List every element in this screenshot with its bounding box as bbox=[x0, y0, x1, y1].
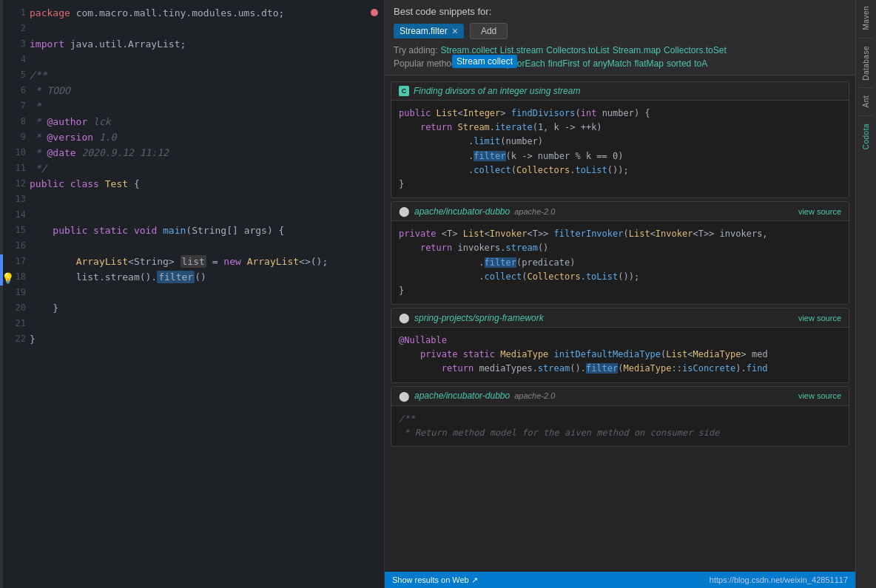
code-line-3: 3 import java.util.ArrayList; bbox=[0, 37, 384, 53]
url-display: https://blog.csdn.net/weixin_42851117 bbox=[710, 575, 848, 584]
github-icon-2: ⬤ bbox=[399, 206, 410, 217]
view-source-link-2[interactable]: view source bbox=[798, 207, 841, 216]
method-foreach[interactable]: forEach bbox=[514, 58, 545, 69]
filter-tag-close[interactable]: × bbox=[452, 26, 458, 36]
github-icon-3: ⬤ bbox=[399, 312, 410, 323]
snippet-header-2: ⬤ apache/incubator-dubbo apache-2.0 view… bbox=[391, 202, 849, 221]
code-line-19: 19 bbox=[0, 285, 384, 301]
snippet-card-4: ⬤ apache/incubator-dubbo apache-2.0 view… bbox=[391, 386, 849, 447]
snippet-title-1: Finding divisors of an integer using str… bbox=[414, 86, 580, 96]
method-toa[interactable]: toA bbox=[694, 58, 707, 69]
code-line-15: 15 public static void main(String[] args… bbox=[0, 223, 384, 239]
try-link-stream-map[interactable]: Stream.map bbox=[613, 45, 661, 55]
snippet-header-3: ⬤ spring-projects/spring-framework view … bbox=[391, 308, 849, 328]
code-editor[interactable]: 1 package com.macro.mall.tiny.modules.um… bbox=[0, 0, 385, 588]
bottom-bar: Show results on Web ↗ https://blog.csdn.… bbox=[385, 572, 855, 588]
code-line-13: 13 bbox=[0, 192, 384, 208]
code-line-20: 20 } bbox=[0, 301, 384, 317]
snippet-code-3: @Nullable private static MediaType initD… bbox=[391, 328, 849, 382]
snippet-header-1: C Finding divisors of an integer using s… bbox=[391, 82, 849, 101]
method-map[interactable]: map bbox=[494, 58, 511, 69]
method-anymatch[interactable]: anyMatch bbox=[593, 58, 631, 69]
method-findfirst[interactable]: findFirst bbox=[548, 58, 580, 69]
search-bar: Stream.filter × Add bbox=[394, 23, 846, 39]
add-button[interactable]: Add bbox=[470, 23, 508, 39]
codota-panel: Best code snippets for: Stream.filter × … bbox=[385, 0, 855, 588]
code-line-6: 6 * TODO bbox=[0, 84, 384, 99]
popular-label: Popular methods: bbox=[394, 58, 463, 69]
method-collect[interactable]: collect bbox=[466, 58, 491, 69]
snippet-title-area-4: ⬤ apache/incubator-dubbo apache-2.0 bbox=[399, 391, 555, 402]
code-line-2: 2 bbox=[0, 21, 384, 37]
code-line-4: 4 bbox=[0, 53, 384, 68]
try-adding-label: Try adding: bbox=[394, 45, 438, 55]
code-line-5: 5 /** bbox=[0, 68, 384, 84]
snippet-repo-4: apache/incubator-dubbo bbox=[414, 391, 510, 401]
sidebar-ant[interactable]: Ant bbox=[862, 92, 870, 111]
filter-tag[interactable]: Stream.filter × bbox=[394, 24, 464, 38]
code-line-9: 9 * @version 1.0 bbox=[0, 130, 384, 146]
snippet-card-3: ⬤ spring-projects/spring-framework view … bbox=[391, 308, 849, 383]
code-line-8: 8 * @author lck bbox=[0, 115, 384, 130]
code-line-18: 18 list.stream().filter() 💡 bbox=[0, 270, 384, 285]
code-line-14: 14 bbox=[0, 208, 384, 223]
code-line-12: 12 public class Test { bbox=[0, 177, 384, 192]
snippet-card-2: ⬤ apache/incubator-dubbo apache-2.0 view… bbox=[391, 201, 849, 305]
method-of[interactable]: of bbox=[582, 58, 590, 69]
code-line-22: 22 } bbox=[0, 332, 384, 348]
sidebar-database[interactable]: Database bbox=[862, 43, 870, 84]
panel-header: Best code snippets for: Stream.filter × … bbox=[385, 0, 855, 75]
filter-tag-label: Stream.filter bbox=[400, 26, 448, 36]
snippet-card-1: C Finding divisors of an integer using s… bbox=[391, 81, 849, 198]
snippet-license-2: apache-2.0 bbox=[514, 207, 555, 216]
codota-logo-icon: C bbox=[399, 86, 409, 96]
sidebar-maven[interactable]: Maven bbox=[862, 3, 870, 33]
right-sidebar: Maven Database Ant Codota bbox=[855, 0, 876, 588]
snippet-code-4: /** * Return method model for the aiven … bbox=[391, 406, 849, 446]
code-line-16: 16 bbox=[0, 239, 384, 254]
github-icon-4: ⬤ bbox=[399, 391, 410, 402]
show-results-button[interactable]: Show results on Web ↗ bbox=[392, 575, 478, 585]
view-source-link-3[interactable]: view source bbox=[798, 314, 841, 322]
try-link-stream-collect[interactable]: Stream.collect bbox=[441, 45, 497, 55]
code-line-17: 17 ArrayList<String> list = new ArrayLis… bbox=[0, 254, 384, 270]
sidebar-codota[interactable]: Codota bbox=[862, 121, 870, 152]
method-sorted[interactable]: sorted bbox=[667, 58, 691, 69]
code-line-7: 7 * bbox=[0, 99, 384, 115]
snippet-title-area-3: ⬤ spring-projects/spring-framework bbox=[399, 312, 544, 323]
header-title: Best code snippets for: bbox=[394, 6, 846, 17]
code-line-21: 21 bbox=[0, 317, 384, 332]
view-source-link-4[interactable]: view source bbox=[798, 391, 841, 400]
method-flatmap[interactable]: flatMap bbox=[635, 58, 664, 69]
snippet-code-2: private <T> List<Invoker<T>> filterInvok… bbox=[391, 221, 849, 304]
snippet-header-4: ⬤ apache/incubator-dubbo apache-2.0 view… bbox=[391, 387, 849, 406]
snippet-code-1: public List<Integer> findDivisors(int nu… bbox=[391, 101, 849, 197]
try-link-list-stream[interactable]: List.stream bbox=[500, 45, 544, 55]
popular-methods-row: Popular methods: collect map forEach fin… bbox=[394, 58, 846, 69]
snippet-title-area-2: ⬤ apache/incubator-dubbo apache-2.0 bbox=[399, 206, 555, 217]
code-line-10: 10 * @date 2020.9.12 11:12 bbox=[0, 146, 384, 161]
snippet-title-area-1: C Finding divisors of an integer using s… bbox=[399, 86, 580, 96]
try-link-collectors-toset[interactable]: Collectors.toSet bbox=[664, 45, 727, 55]
try-adding-row: Try adding: Stream.collect List.stream C… bbox=[394, 45, 846, 55]
snippet-repo-2: apache/incubator-dubbo bbox=[414, 206, 510, 217]
snippet-license-4: apache-2.0 bbox=[514, 391, 555, 400]
try-link-collectors-tolist[interactable]: Collectors.toList bbox=[546, 45, 609, 55]
snippet-repo-3: spring-projects/spring-framework bbox=[414, 313, 544, 323]
code-line-1: 1 package com.macro.mall.tiny.modules.um… bbox=[0, 6, 384, 21]
snippets-area[interactable]: C Finding divisors of an integer using s… bbox=[385, 75, 855, 572]
code-line-11: 11 */ bbox=[0, 161, 384, 177]
